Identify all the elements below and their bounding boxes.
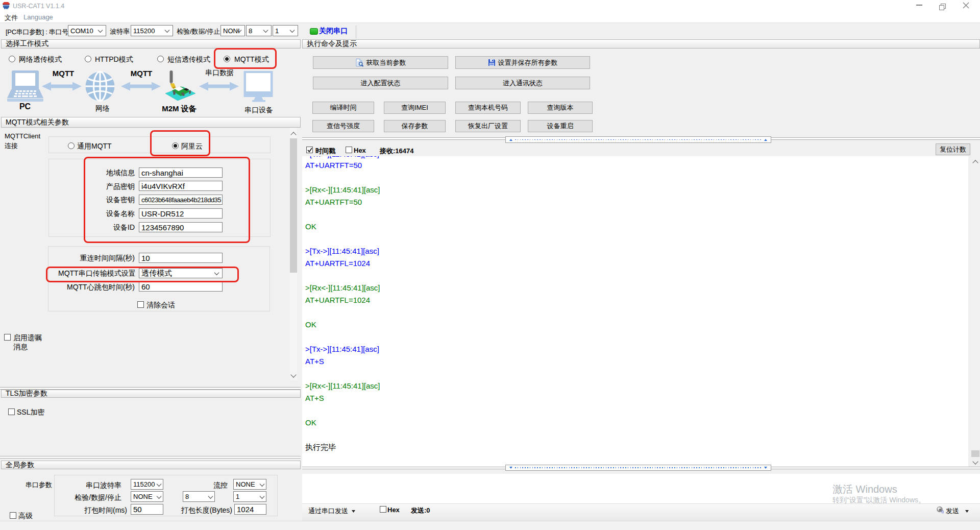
svg-text:MQTT: MQTT — [53, 69, 75, 78]
svg-text:串口设备: 串口设备 — [244, 106, 273, 114]
svg-text:M2M 设备: M2M 设备 — [162, 104, 197, 113]
svg-text:PC: PC — [19, 102, 31, 111]
svg-text:串口数据: 串口数据 — [205, 69, 234, 77]
svg-text:MQTT: MQTT — [131, 69, 153, 78]
svg-text:网络: 网络 — [95, 105, 110, 112]
